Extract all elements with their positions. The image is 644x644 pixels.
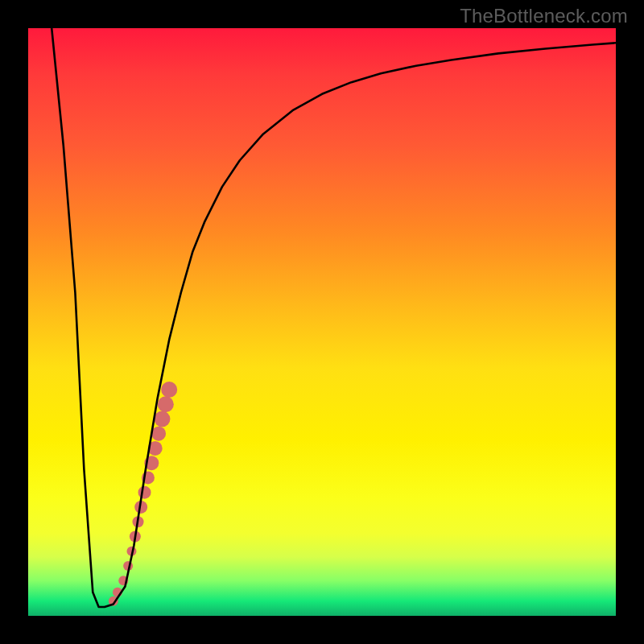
data-dot: [138, 486, 151, 499]
chart-frame: TheBottleneck.com: [0, 0, 644, 644]
chart-svg: [28, 28, 616, 616]
data-dot: [154, 411, 170, 427]
data-dot: [158, 396, 174, 412]
plot-area: [28, 28, 616, 616]
data-dot: [161, 382, 177, 398]
data-dot: [151, 427, 166, 441]
watermark-text: TheBottleneck.com: [460, 5, 628, 27]
